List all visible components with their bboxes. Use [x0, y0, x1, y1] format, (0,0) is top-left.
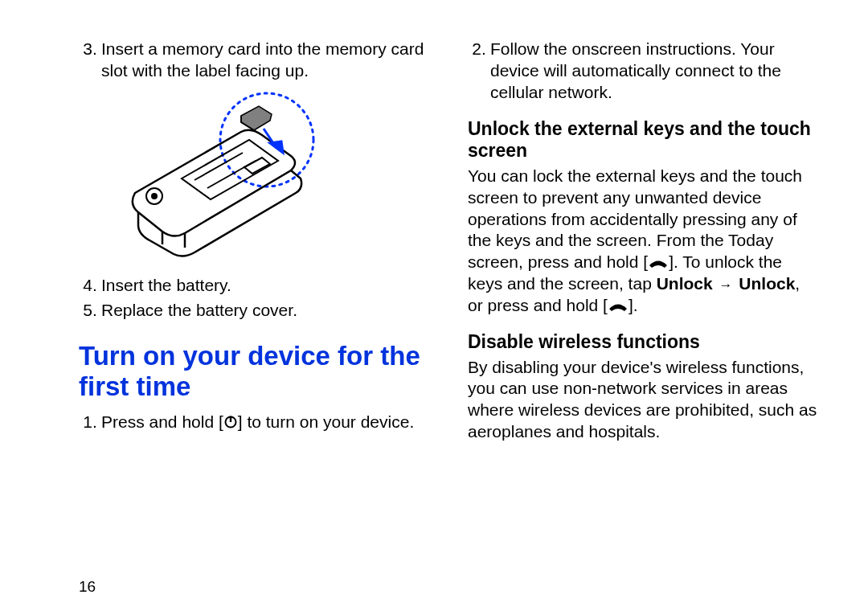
right-column: 2. Follow the onscreen instructions. You… [468, 39, 818, 448]
memory-card-illustration [121, 90, 346, 267]
paragraph: By disabling your device's wireless func… [468, 357, 818, 444]
arrow-right-icon: → [718, 277, 735, 294]
end-call-icon [608, 296, 628, 314]
step-number: 2. [468, 39, 490, 104]
list-item: 4. Insert the battery. [79, 275, 429, 297]
list-item: 5. Replace the battery cover. [79, 300, 429, 322]
subsection-title: Disable wireless functions [468, 331, 818, 354]
power-icon [223, 412, 238, 431]
section-title: Turn on your device for the first time [79, 341, 429, 403]
step-text: Insert the battery. [101, 275, 429, 297]
end-call-icon [648, 252, 669, 271]
list-item: 3. Insert a memory card into the memory … [79, 39, 429, 82]
list-item: 2. Follow the onscreen instructions. You… [468, 39, 818, 104]
left-column: 3. Insert a memory card into the memory … [79, 39, 429, 448]
paragraph: You can lock the external keys and the t… [468, 166, 818, 317]
step-text: Press and hold [] to turn on your device… [101, 412, 429, 433]
step-text: Insert a memory card into the memory car… [101, 39, 429, 82]
step-number: 5. [79, 300, 101, 322]
subsection-title: Unlock the external keys and the touch s… [468, 118, 818, 162]
svg-marker-6 [270, 141, 283, 153]
step-number: 3. [79, 39, 101, 82]
step-text: Replace the battery cover. [101, 300, 429, 322]
list-item: 1. Press and hold [] to turn on your dev… [79, 412, 429, 433]
step-number: 4. [79, 275, 101, 297]
svg-point-4 [151, 193, 158, 199]
step-text: Follow the onscreen instructions. Your d… [490, 39, 818, 104]
page-number: 16 [79, 578, 96, 596]
step-number: 1. [79, 412, 101, 433]
